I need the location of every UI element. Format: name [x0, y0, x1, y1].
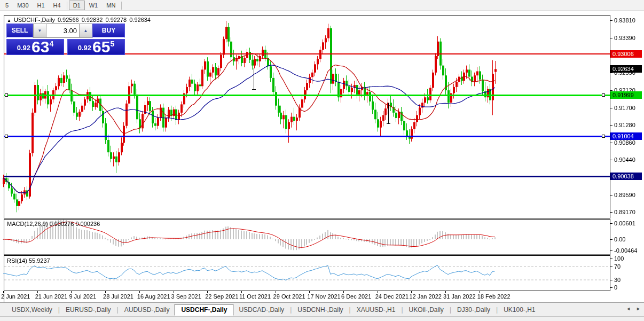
tab-scroll-arrows: ◄ ► [626, 306, 641, 311]
macd-axis-label: -0.00464 [614, 247, 637, 254]
date-tick-label: 12 Jan 2022 [409, 293, 442, 300]
toolbar-separator [67, 2, 67, 10]
volume-decrease-button[interactable]: ▼ [33, 24, 46, 38]
chart-tab-xauusd-h1[interactable]: XAUUSD-,H1 [351, 304, 401, 316]
tab-separator: | [117, 306, 119, 314]
buy-price-display[interactable]: 0.92 65 5 [67, 39, 125, 55]
window-bottom-strip [0, 316, 644, 321]
symbol-arrow-icon: ▲ [7, 18, 11, 23]
date-tick-label: 21 Jun 2021 [35, 293, 68, 300]
timeframe-h1[interactable]: H1 [33, 1, 49, 10]
date-tick-label: 18 Feb 2022 [477, 293, 511, 300]
ohlc-open: 0.92566 [58, 17, 79, 23]
hline-price-tag: 0.90038 [610, 173, 642, 180]
sell-price-display[interactable]: 0.92 63 4 [6, 39, 64, 55]
price-tick-label: 0.90440 [614, 156, 635, 163]
sell-price-prefix: 0.92 [17, 44, 30, 52]
date-tick-label: 31 Jan 2022 [443, 293, 476, 300]
toolbar-separator [121, 2, 122, 10]
tab-separator: | [496, 306, 498, 314]
tab-scroll-left-icon[interactable]: ◄ [626, 306, 631, 311]
buy-price-pip: 5 [110, 40, 114, 48]
current-price-tag: 0.92634 [610, 65, 642, 73]
hline-price-tag: 0.91004 [610, 132, 642, 140]
date-tick-label: 11 Oct 2021 [239, 293, 271, 300]
trading-terminal: 5M30H1H4D1W1MN ▲USDCHF-,Daily0.925660.92… [0, 0, 644, 321]
date-tick-label: 28 Jul 2021 [103, 293, 133, 300]
chart-tab-uk100-h1[interactable]: UK100-,H1 [498, 304, 540, 316]
rsi-indicator-label: RSI(14) 55.9237 [7, 257, 50, 264]
chart-tab-ukoil-daily[interactable]: UKOil-,Daily [404, 304, 449, 316]
symbol-title: USDCHF-,Daily [14, 17, 55, 23]
hline-price-tag: 0.91999 [610, 91, 642, 99]
rsi-axis-label: 0 [614, 284, 617, 291]
timeframe-toolbar: 5M30H1H4D1W1MN [0, 0, 644, 11]
ohlc-high: 0.92832 [82, 17, 103, 23]
date-tick-label: 16 Aug 2021 [137, 293, 170, 300]
chart-tab-usdchf-daily[interactable]: USDCHF-,Daily [175, 304, 233, 316]
date-tick-label: 2 Jun 2021 [1, 293, 30, 300]
sell-button[interactable]: SELL [6, 24, 33, 38]
price-tick-label: 0.93810 [614, 17, 635, 24]
date-tick-label: 22 Sep 2021 [205, 293, 238, 300]
price-tick-label: 0.89170 [614, 209, 635, 215]
tab-separator: | [401, 306, 403, 314]
tab-separator: | [290, 306, 292, 314]
date-tick-label: 29 Oct 2021 [273, 293, 305, 300]
timeframe-m30[interactable]: M30 [13, 1, 33, 10]
sell-price-pip: 4 [49, 40, 53, 48]
date-tick-label: 9 Jul 2021 [69, 293, 96, 300]
timeframe-5[interactable]: 5 [1, 1, 13, 10]
date-tick-label: 17 Nov 2021 [307, 293, 340, 300]
date-tick-label: 6 Dec 2021 [341, 293, 371, 300]
macd-axis-label: 0.00601 [614, 220, 635, 226]
price-tick-label: 0.89590 [614, 192, 635, 198]
one-click-trade-panel: SELL ▼ ▲ BUY 0.92 63 4 0.92 65 5 [6, 24, 125, 55]
sell-price-big: 63 [32, 40, 49, 54]
tab-scroll-right-icon[interactable]: ► [636, 306, 641, 311]
timeframe-w1[interactable]: W1 [85, 1, 103, 10]
chart-tab-eurusd-daily[interactable]: EURUSD-,Daily [60, 304, 116, 316]
macd-indicator-label: MACD(12,26,9) 0.000276 0.000236 [7, 221, 100, 227]
rsi-axis-label: 100 [614, 255, 624, 262]
timeframe-d1[interactable]: D1 [69, 1, 85, 10]
chart-symbol-header: ▲USDCHF-,Daily0.925660.928320.922780.926… [7, 17, 153, 23]
price-tick-label: 0.91280 [614, 122, 635, 128]
buy-button[interactable]: BUY [92, 24, 125, 38]
chart-tab-usdcad-daily[interactable]: USDCAD-,Daily [233, 304, 289, 316]
chart-tab-audusd-daily[interactable]: AUDUSD-,Daily [119, 304, 175, 316]
date-tick-label: 3 Sep 2021 [171, 293, 201, 300]
tab-separator: | [450, 306, 451, 314]
buy-price-prefix: 0.92 [78, 44, 91, 52]
volume-input[interactable] [46, 24, 79, 38]
rsi-axis-label: 30 [614, 277, 621, 283]
macd-axis-label: 0.00 [614, 236, 625, 242]
hline-price-tag: 0.93006 [610, 50, 642, 58]
rsi-axis-label: 70 [614, 263, 621, 270]
chart-tab-bar: USDX,Weekly|EURUSD-,Daily|AUDUSD-,DailyU… [0, 302, 644, 316]
volume-increase-button[interactable]: ▲ [79, 24, 92, 38]
chart-tab-usdcnh-daily[interactable]: USDCNH-,Daily [292, 304, 348, 316]
price-tick-label: 0.93390 [614, 35, 635, 41]
ohlc-low: 0.92278 [105, 17, 127, 23]
ohlc-close: 0.92634 [129, 17, 151, 23]
timeframe-mn[interactable]: MN [102, 1, 120, 10]
chart-tab-usdx-weekly[interactable]: USDX,Weekly [6, 304, 58, 316]
tab-separator: | [58, 306, 60, 314]
buy-price-big: 65 [92, 40, 110, 54]
date-tick-label: 24 Dec 2021 [375, 293, 409, 300]
price-tick-label: 0.91700 [614, 105, 635, 111]
timeframe-h4[interactable]: H4 [49, 1, 65, 10]
chart-tab-dj30-daily[interactable]: DJ30-,Daily [452, 304, 496, 316]
tab-separator: | [349, 306, 351, 314]
